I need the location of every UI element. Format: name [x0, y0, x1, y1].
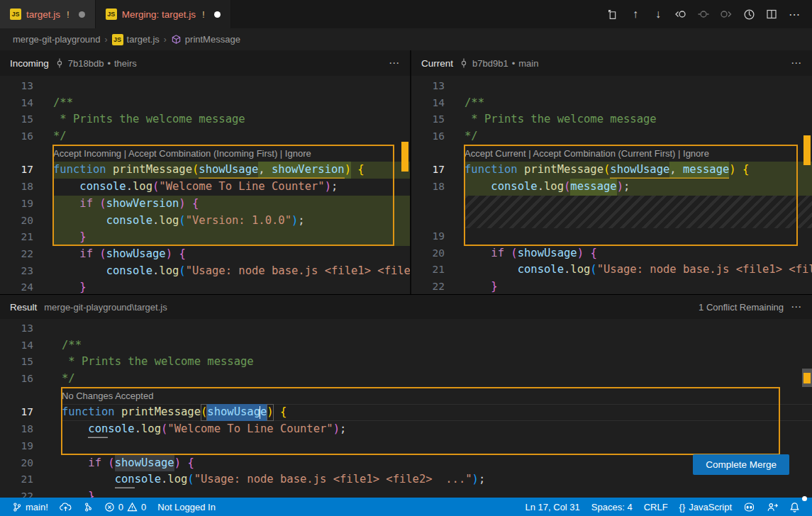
- login-status[interactable]: Not Logged In: [152, 498, 221, 516]
- code-line[interactable]: 16*/: [0, 128, 410, 145]
- conflict-marker[interactable]: [803, 135, 811, 165]
- code-line[interactable]: 15 * Prints the welcome message: [411, 111, 812, 128]
- code-line[interactable]: 15 * Prints the welcome message: [0, 111, 410, 128]
- code-line[interactable]: 18 console.log(message);: [411, 179, 812, 196]
- code-line[interactable]: 13: [0, 78, 410, 95]
- conflict-actions[interactable]: Accept Current | Accept Combination (Cur…: [465, 148, 709, 159]
- code-line[interactable]: [411, 196, 812, 228]
- code-line[interactable]: 21 console.log("Usage: node base.js <fil…: [0, 471, 812, 488]
- line-number: 22: [0, 246, 53, 263]
- scrollbar[interactable]: [400, 76, 410, 294]
- code-line[interactable]: Accept Incoming | Accept Combination (In…: [0, 145, 410, 162]
- code-token: if: [88, 455, 101, 472]
- code-token: "Version: 1.0.0": [186, 213, 291, 230]
- problems-status[interactable]: 0 0: [99, 498, 151, 516]
- current-editor[interactable]: 1314/**15 * Prints the welcome message16…: [411, 76, 812, 294]
- branch-icon: [12, 502, 22, 512]
- previous-change-icon[interactable]: ↑: [626, 5, 645, 23]
- breadcrumb-file[interactable]: JS target.js: [112, 34, 160, 45]
- code-line[interactable]: 15 * Prints the welcome message: [0, 354, 812, 371]
- code-token: e: [260, 404, 267, 421]
- code-line[interactable]: 18 console.log("Welcome To Line Counter"…: [0, 421, 812, 438]
- code-line[interactable]: 19 if (showVersion) {: [0, 196, 410, 213]
- code-line[interactable]: 23 console.log("Usage: node base.js <fil…: [0, 263, 410, 280]
- incoming-editor[interactable]: 1314/**15 * Prints the welcome message16…: [0, 76, 410, 294]
- code-line[interactable]: 20 if (showUsage) {: [0, 455, 812, 472]
- code-line[interactable]: 21 console.log("Usage: node base.js <fil…: [411, 262, 812, 279]
- code-line[interactable]: 14/**: [0, 337, 812, 354]
- code-line[interactable]: Accept Current | Accept Combination (Cur…: [411, 145, 812, 162]
- more-actions-icon[interactable]: ⋯: [785, 5, 803, 23]
- complete-merge-button[interactable]: Complete Merge: [693, 454, 789, 475]
- scrollbar[interactable]: [802, 76, 812, 294]
- dirty-dot-icon[interactable]: [79, 11, 85, 18]
- eol-setting[interactable]: CRLF: [639, 498, 673, 516]
- conflict-actions[interactable]: No Changes Accepted: [62, 391, 153, 401]
- code-line[interactable]: 22 }: [411, 279, 812, 294]
- code-line[interactable]: 22 if (showUsage) {: [0, 246, 410, 263]
- language-mode[interactable]: {} JavaScript: [674, 498, 737, 516]
- code-line[interactable]: 16*/: [0, 371, 812, 388]
- code-line[interactable]: 20 console.log("Version: 1.0.0");: [0, 213, 410, 230]
- result-editor[interactable]: 1314/**15 * Prints the welcome message16…: [0, 319, 812, 498]
- code-token: [465, 179, 491, 196]
- code-line[interactable]: 16*/: [411, 128, 812, 145]
- line-number: 13: [0, 78, 53, 95]
- code-line[interactable]: 14/**: [0, 95, 410, 112]
- next-change-icon[interactable]: ↓: [649, 5, 667, 23]
- code-line[interactable]: 21 }: [0, 229, 410, 246]
- base-icon[interactable]: [694, 5, 713, 23]
- dirty-dot-icon[interactable]: [214, 11, 221, 18]
- code-line[interactable]: 13: [411, 78, 812, 95]
- more-actions-icon[interactable]: ⋯: [791, 57, 802, 69]
- code-token: * Prints the welcome message: [62, 354, 254, 371]
- tab-target-js[interactable]: JS target.js !: [0, 0, 96, 28]
- line-number: 18: [411, 179, 465, 196]
- conflict-actions[interactable]: Accept Incoming | Accept Combination (In…: [53, 148, 311, 159]
- breadcrumb-folder[interactable]: merge-git-playground: [13, 34, 101, 45]
- scrollbar[interactable]: [802, 319, 812, 498]
- code-token: */: [53, 128, 67, 145]
- cursor-position[interactable]: Ln 17, Col 31: [520, 498, 584, 516]
- code-line[interactable]: 24 }: [0, 279, 410, 294]
- code-token: [736, 162, 743, 179]
- notifications[interactable]: [784, 498, 805, 516]
- copilot-status[interactable]: [738, 498, 760, 516]
- code-line[interactable]: 20 if (showUsage) {: [411, 245, 812, 262]
- split-editor-icon[interactable]: [762, 5, 781, 23]
- more-actions-icon[interactable]: ⋯: [389, 57, 400, 69]
- code-line[interactable]: 18 console.log("Welcome To Line Counter"…: [0, 179, 410, 196]
- code-line[interactable]: 14/**: [411, 95, 812, 112]
- warning-icon: [127, 502, 138, 512]
- code-token: showVersion: [272, 162, 345, 179]
- open-changes-icon[interactable]: [604, 5, 622, 23]
- feedback[interactable]: [762, 498, 783, 516]
- conflict-marker[interactable]: [803, 373, 811, 383]
- previous-conflict-icon[interactable]: [672, 5, 690, 23]
- accept-merge-icon[interactable]: [740, 5, 758, 23]
- next-conflict-icon[interactable]: [717, 5, 735, 23]
- incoming-header: Incoming 7b18bdb • theirs ⋯: [0, 50, 410, 76]
- indentation-setting[interactable]: Spaces: 4: [586, 498, 638, 516]
- breadcrumb-symbol[interactable]: printMessage: [171, 34, 240, 45]
- publish-changes[interactable]: [55, 498, 77, 516]
- code-line[interactable]: No Changes Accepted: [0, 388, 812, 405]
- code-token: [53, 263, 106, 280]
- code-line[interactable]: 22 }: [0, 488, 812, 498]
- conflict-marker[interactable]: [401, 142, 408, 172]
- code-token: function: [53, 162, 106, 179]
- more-actions-icon[interactable]: ⋯: [791, 301, 802, 313]
- code-line[interactable]: 13: [0, 320, 812, 337]
- code-token: "Usage: node base.js <file1> <file2> ...…: [186, 263, 410, 280]
- code-line[interactable]: 17function printMessage(showUsage) {: [0, 404, 812, 421]
- code-line[interactable]: 19: [0, 438, 812, 455]
- line-number: 14: [411, 95, 465, 112]
- code-line[interactable]: 17function printMessage(showUsage, messa…: [411, 162, 812, 179]
- source-control-graph[interactable]: [78, 498, 98, 516]
- code-line[interactable]: 19: [411, 228, 812, 245]
- git-graph-icon: [83, 502, 93, 512]
- tab-merging-target-js[interactable]: JS Merging: target.js !: [96, 0, 231, 28]
- line-number: [411, 145, 465, 162]
- code-line[interactable]: 17function printMessage(showUsage, showV…: [0, 162, 410, 179]
- branch-status[interactable]: main!: [7, 498, 53, 516]
